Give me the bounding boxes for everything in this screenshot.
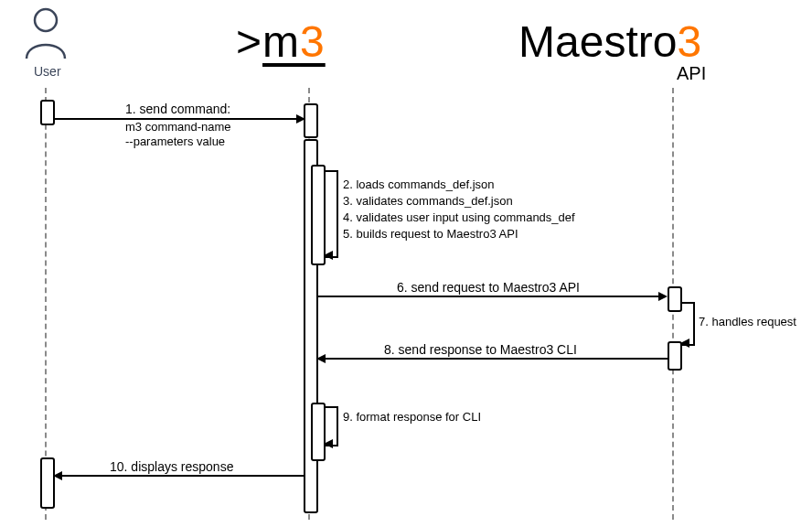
arrowhead-m6 <box>658 292 668 301</box>
user-icon <box>23 7 69 64</box>
label-m5: 5. builds request to Maestro3 API <box>343 227 518 241</box>
label-m1b: m3 command-name <box>125 120 231 134</box>
api-sublabel: API <box>677 63 706 84</box>
svg-point-0 <box>35 9 57 31</box>
arrow-m8 <box>324 358 668 360</box>
label-m8: 8. send response to Maestro3 CLI <box>384 342 577 357</box>
label-m3: 3. validates commands_def.json <box>343 194 513 208</box>
activation-cli-1a <box>304 103 318 138</box>
lifeline-user <box>45 88 47 520</box>
label-m1c: --parameters value <box>125 134 225 148</box>
maestro3-api-logo: Maestro3 <box>518 16 701 67</box>
label-m1a: 1. send command: <box>125 102 230 116</box>
label-m6: 6. send request to Maestro3 API <box>397 280 580 295</box>
arrowhead-m8 <box>316 354 326 363</box>
arrowhead-m10 <box>53 471 62 480</box>
arrow-m6 <box>316 296 660 297</box>
arrowhead-m7 <box>680 339 689 348</box>
label-m4: 4. validates user input using commands_d… <box>343 210 575 224</box>
arrowhead-m1 <box>296 114 305 124</box>
label-m7: 7. handles request <box>699 315 796 328</box>
label-m9: 9. format response for CLI <box>343 410 481 424</box>
selfloop-m2-5 <box>324 170 338 258</box>
arrow-m10 <box>60 475 304 477</box>
user-label: User <box>34 64 61 79</box>
m3-cli-logo: >m3 <box>236 16 326 67</box>
arrowhead-m9 <box>324 439 333 448</box>
activation-user-2 <box>40 457 55 509</box>
label-m2: 2. loads commands_def.json <box>343 177 494 191</box>
label-m10: 10. displays response <box>110 459 233 474</box>
arrowhead-m2-5 <box>324 251 333 260</box>
activation-user-1 <box>40 100 55 125</box>
